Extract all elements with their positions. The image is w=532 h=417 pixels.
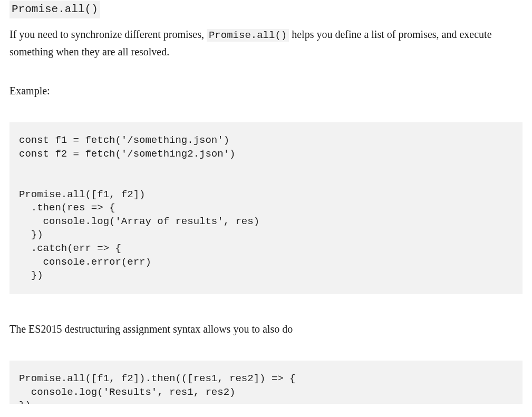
section-heading: Promise.all() <box>9 1 100 18</box>
code-block-1[interactable]: const f1 = fetch('/something.json') cons… <box>9 122 523 294</box>
article-content: Promise.all() If you need to synchronize… <box>9 0 523 404</box>
inline-code-promise-all: Promise.all() <box>207 29 289 42</box>
intro-paragraph: If you need to synchronize different pro… <box>9 26 523 60</box>
example-label: Example: <box>9 82 523 99</box>
intro-text-part1: If you need to synchronize different pro… <box>9 28 207 40</box>
paragraph-destructuring: The ES2015 destructuring assignment synt… <box>9 321 523 337</box>
code-block-2[interactable]: Promise.all([f1, f2]).then(([res1, res2]… <box>9 361 523 404</box>
